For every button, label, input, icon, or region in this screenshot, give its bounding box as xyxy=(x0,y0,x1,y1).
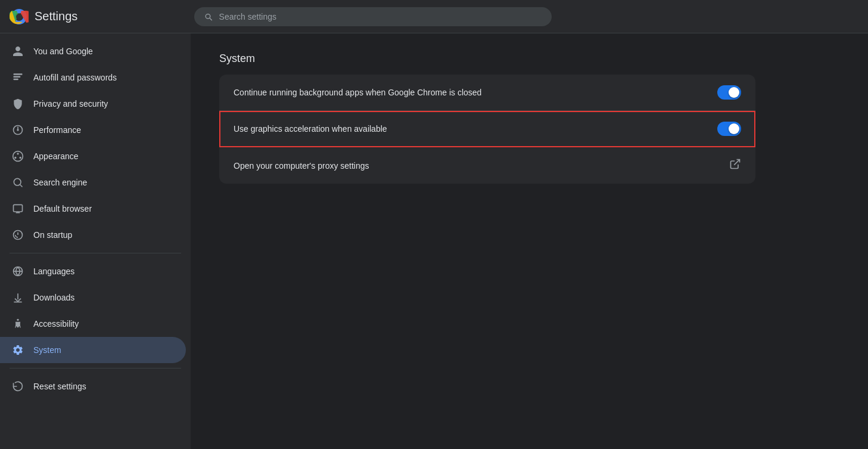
toggle-track-2 xyxy=(717,122,741,136)
svg-point-10 xyxy=(17,153,18,154)
sidebar-item-system[interactable]: System xyxy=(0,337,186,363)
settings-card: Continue running background apps when Go… xyxy=(219,75,755,184)
proxy-settings-row[interactable]: Open your computer's proxy settings xyxy=(219,147,755,184)
sidebar-label-performance: Performance xyxy=(33,125,81,135)
search-input[interactable] xyxy=(219,12,543,21)
background-apps-toggle[interactable] xyxy=(717,85,741,100)
sidebar-divider-2 xyxy=(10,368,181,369)
accessibility-icon xyxy=(12,318,24,330)
sidebar-label-downloads: Downloads xyxy=(33,293,74,302)
on-startup-icon xyxy=(12,229,24,241)
graphics-acceleration-row[interactable]: Use graphics acceleration when available xyxy=(219,111,755,147)
sidebar-item-downloads[interactable]: Downloads xyxy=(0,284,186,311)
person-icon xyxy=(12,45,24,57)
sidebar-label-languages: Languages xyxy=(33,267,74,276)
sidebar-item-appearance[interactable]: Appearance xyxy=(0,143,186,169)
svg-rect-6 xyxy=(14,79,18,80)
proxy-settings-label: Open your computer's proxy settings xyxy=(234,161,369,171)
toggle-thumb-1 xyxy=(729,87,739,98)
svg-line-25 xyxy=(20,323,21,328)
autofill-icon xyxy=(12,72,24,83)
svg-point-12 xyxy=(20,157,21,159)
svg-line-26 xyxy=(734,160,739,165)
svg-point-13 xyxy=(14,178,21,185)
sidebar-divider-1 xyxy=(10,253,181,253)
settings-title: Settings xyxy=(35,10,77,23)
sidebar-label-privacy: Privacy and security xyxy=(33,99,108,109)
graphics-acceleration-label: Use graphics acceleration when available xyxy=(234,124,387,134)
sidebar-item-autofill[interactable]: Autofill and passwords xyxy=(0,64,186,91)
search-icon xyxy=(204,12,213,21)
background-apps-row[interactable]: Continue running background apps when Go… xyxy=(219,75,755,111)
languages-icon xyxy=(12,265,24,277)
external-link-icon xyxy=(729,158,741,173)
section-title: System xyxy=(219,52,839,65)
svg-rect-15 xyxy=(14,205,23,212)
search-bar[interactable] xyxy=(194,7,552,26)
sidebar-item-accessibility[interactable]: Accessibility xyxy=(0,311,186,337)
svg-point-3 xyxy=(17,9,21,13)
svg-line-14 xyxy=(20,185,23,187)
sidebar-label-system: System xyxy=(33,345,61,355)
sidebar-item-privacy[interactable]: Privacy and security xyxy=(0,91,186,117)
sidebar-item-languages[interactable]: Languages xyxy=(0,258,186,284)
svg-point-2 xyxy=(16,14,22,20)
background-apps-label: Continue running background apps when Go… xyxy=(234,88,481,97)
sidebar-label-autofill: Autofill and passwords xyxy=(33,73,117,82)
downloads-icon xyxy=(12,292,24,304)
sidebar: You and Google Autofill and passwords Pr… xyxy=(0,33,191,449)
search-engine-icon xyxy=(12,176,24,188)
sidebar-item-default-browser[interactable]: Default browser xyxy=(0,196,186,222)
graphics-acceleration-toggle[interactable] xyxy=(717,122,741,136)
svg-point-8 xyxy=(17,129,18,131)
sidebar-label-you-and-google: You and Google xyxy=(33,47,93,56)
toggle-track-1 xyxy=(717,85,741,100)
header: Settings xyxy=(0,0,868,33)
svg-point-23 xyxy=(17,319,18,321)
svg-rect-5 xyxy=(14,76,21,78)
shield-icon xyxy=(12,98,24,110)
sidebar-item-performance[interactable]: Performance xyxy=(0,117,186,143)
sidebar-label-on-startup: On startup xyxy=(33,230,72,240)
sidebar-item-on-startup[interactable]: On startup xyxy=(0,222,186,248)
system-icon xyxy=(12,344,24,356)
svg-rect-4 xyxy=(14,73,23,75)
sidebar-item-you-and-google[interactable]: You and Google xyxy=(0,38,186,64)
sidebar-item-search-engine[interactable]: Search engine xyxy=(0,169,186,196)
reset-icon xyxy=(12,380,24,392)
toggle-thumb-2 xyxy=(729,123,739,134)
chrome-logo-icon xyxy=(10,7,29,26)
sidebar-label-appearance: Appearance xyxy=(33,151,79,161)
main-layout: You and Google Autofill and passwords Pr… xyxy=(0,33,868,449)
svg-point-11 xyxy=(14,157,16,159)
main-content: System Continue running background apps … xyxy=(191,33,868,449)
default-browser-icon xyxy=(12,203,24,215)
sidebar-label-reset: Reset settings xyxy=(33,382,86,391)
appearance-icon xyxy=(12,150,24,162)
header-logo: Settings xyxy=(10,7,77,26)
sidebar-item-reset-settings[interactable]: Reset settings xyxy=(0,373,186,400)
svg-line-24 xyxy=(15,323,17,328)
performance-icon xyxy=(12,124,24,136)
sidebar-label-search-engine: Search engine xyxy=(33,178,87,187)
sidebar-label-default-browser: Default browser xyxy=(33,204,92,213)
sidebar-label-accessibility: Accessibility xyxy=(33,319,79,329)
